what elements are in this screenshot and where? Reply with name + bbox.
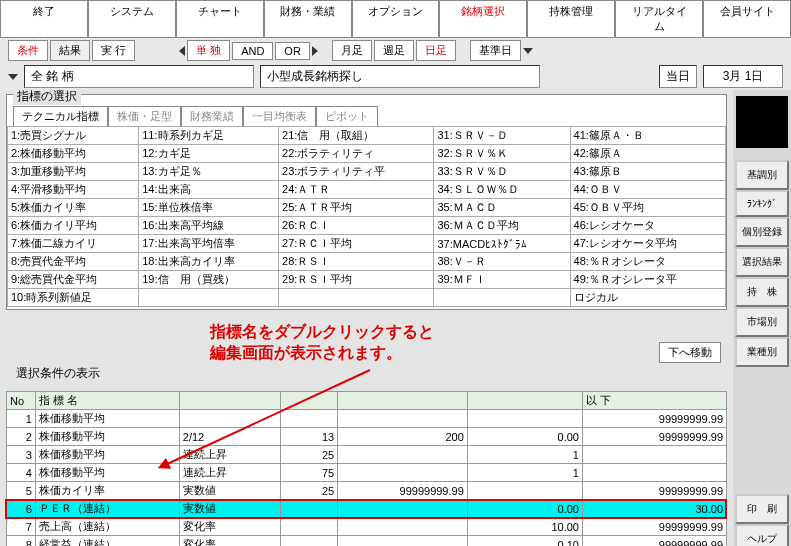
cond-cell[interactable]: 実数値 xyxy=(179,482,280,500)
cond-cell[interactable]: 3 xyxy=(7,446,36,464)
cond-cell[interactable]: 99999999.99 xyxy=(582,428,726,446)
sub-tab[interactable]: 財務業績 xyxy=(181,106,243,126)
indicator-cell[interactable]: 23:ボラティリティ平 xyxy=(279,163,434,181)
and-button[interactable]: AND xyxy=(232,42,273,60)
cond-cell[interactable]: 99999999.99 xyxy=(582,410,726,428)
indicator-cell[interactable]: 41:篠原Ａ・Ｂ xyxy=(570,127,725,145)
sub-tab[interactable]: ピボット xyxy=(316,106,378,126)
indicator-cell[interactable] xyxy=(139,289,279,307)
cond-cell[interactable]: 99999999.99 xyxy=(582,482,726,500)
indicator-cell[interactable]: 18:出来高カイリ率 xyxy=(139,253,279,271)
cond-cell[interactable]: 変化率 xyxy=(179,536,280,547)
indicator-cell[interactable]: 33:ＳＲＶ％Ｄ xyxy=(434,163,570,181)
indicator-cell[interactable]: 29:ＲＳＩ平均 xyxy=(279,271,434,289)
indicator-cell[interactable]: 36:ＭＡＣＤ平均 xyxy=(434,217,570,235)
cond-cell[interactable]: 1 xyxy=(467,446,582,464)
table-row[interactable]: 8経常益（連結）変化率0.1099999999.99 xyxy=(7,536,727,547)
top-tab[interactable]: リアルタイム xyxy=(615,0,703,37)
cond-cell[interactable]: 30.00 xyxy=(582,500,726,518)
indicator-cell[interactable] xyxy=(279,289,434,307)
cond-cell[interactable] xyxy=(467,410,582,428)
table-row[interactable]: 6ＰＥＲ（連結）実数値0.0030.00 xyxy=(7,500,727,518)
indicator-cell[interactable]: 35:ＭＡＣＤ xyxy=(434,199,570,217)
move-down-button[interactable]: 下へ移動 xyxy=(659,342,721,363)
top-tab[interactable]: 財務・業績 xyxy=(264,0,352,37)
indicator-cell[interactable]: 22:ボラティリティ xyxy=(279,145,434,163)
sidebar-button[interactable]: 選択結果 xyxy=(735,247,789,277)
cond-cell[interactable]: 売上高（連結） xyxy=(35,518,179,536)
indicator-cell[interactable]: 47:レシオケータ平均 xyxy=(570,235,725,253)
indicator-cell[interactable]: 7:株価二線カイリ xyxy=(8,235,139,253)
indicator-cell[interactable]: 14:出来高 xyxy=(139,181,279,199)
indicator-cell[interactable]: 8:売買代金平均 xyxy=(8,253,139,271)
sub-tab[interactable]: テクニカル指標 xyxy=(13,106,108,126)
stock-filter[interactable]: 全 銘 柄 xyxy=(24,65,254,88)
indicator-cell[interactable]: 16:出来高平均線 xyxy=(139,217,279,235)
top-tab[interactable]: 終了 xyxy=(0,0,88,37)
cond-cell[interactable]: 1 xyxy=(7,410,36,428)
indicator-cell[interactable]: 45:ＯＢＶ平均 xyxy=(570,199,725,217)
dropdown1-icon[interactable] xyxy=(8,74,18,80)
table-row[interactable]: 7売上高（連結）変化率10.0099999999.99 xyxy=(7,518,727,536)
cond-cell[interactable]: 変化率 xyxy=(179,518,280,536)
or-button[interactable]: OR xyxy=(275,42,310,60)
cond-cell[interactable]: 7 xyxy=(7,518,36,536)
single-button[interactable]: 単 独 xyxy=(187,40,230,61)
indicator-cell[interactable]: 26:ＲＣＩ xyxy=(279,217,434,235)
indicator-cell[interactable]: 2:株価移動平均 xyxy=(8,145,139,163)
indicator-cell[interactable]: 39:ＭＦＩ xyxy=(434,271,570,289)
sidebar-bottom-button[interactable]: 印 刷 xyxy=(735,494,789,524)
indicator-cell[interactable]: ロジカル xyxy=(570,289,725,307)
cond-cell[interactable] xyxy=(338,500,468,518)
cond-cell[interactable] xyxy=(280,500,338,518)
top-tab[interactable]: チャート xyxy=(176,0,264,37)
cond-cell[interactable]: 2 xyxy=(7,428,36,446)
indicator-cell[interactable]: 38:Ｖ－Ｒ xyxy=(434,253,570,271)
indicator-cell[interactable]: 37:MACDﾋｽﾄｸﾞﾗﾑ xyxy=(434,235,570,253)
result-button[interactable]: 結果 xyxy=(50,40,90,61)
table-row[interactable]: 5株価カイリ率実数値2599999999.9999999999.99 xyxy=(7,482,727,500)
indicator-cell[interactable]: 25:ＡＴＲ平均 xyxy=(279,199,434,217)
indicator-cell[interactable]: 43:篠原Ｂ xyxy=(570,163,725,181)
cond-cell[interactable] xyxy=(467,482,582,500)
top-tab[interactable]: 持株管理 xyxy=(527,0,615,37)
indicator-cell[interactable]: 12:カギ足 xyxy=(139,145,279,163)
indicator-cell[interactable]: 42:篠原Ａ xyxy=(570,145,725,163)
sidebar-button[interactable]: 持 株 xyxy=(735,277,789,307)
cond-cell[interactable]: 99999999.99 xyxy=(338,482,468,500)
indicator-cell[interactable]: 15:単位株倍率 xyxy=(139,199,279,217)
sidebar-button[interactable]: 個別登録 xyxy=(735,217,789,247)
indicator-cell[interactable]: 46:レシオケータ xyxy=(570,217,725,235)
top-tab[interactable]: 会員サイト xyxy=(703,0,791,37)
cond-cell[interactable]: 8 xyxy=(7,536,36,547)
indicator-cell[interactable]: 32:ＳＲＶ％Ｋ xyxy=(434,145,570,163)
indicator-cell[interactable]: 6:株価カイリ平均 xyxy=(8,217,139,235)
sidebar-button[interactable]: 業種別 xyxy=(735,337,789,367)
indicator-cell[interactable]: 10:時系列新値足 xyxy=(8,289,139,307)
indicator-cell[interactable]: 17:出来高平均倍率 xyxy=(139,235,279,253)
sub-tab[interactable]: 一目均衡表 xyxy=(243,106,316,126)
week-button[interactable]: 週足 xyxy=(374,40,414,61)
cond-cell[interactable] xyxy=(338,536,468,547)
sidebar-button[interactable]: ﾗﾝｷﾝｸﾞ xyxy=(735,190,789,217)
cond-cell[interactable]: ＰＥＲ（連結） xyxy=(35,500,179,518)
cond-cell[interactable]: 0.10 xyxy=(467,536,582,547)
month-button[interactable]: 月足 xyxy=(332,40,372,61)
indicator-cell[interactable]: 13:カギ足％ xyxy=(139,163,279,181)
indicator-cell[interactable]: 4:平滑移動平均 xyxy=(8,181,139,199)
indicator-cell[interactable]: 48:％Ｒオシレータ xyxy=(570,253,725,271)
cond-cell[interactable] xyxy=(582,464,726,482)
cond-button[interactable]: 条件 xyxy=(8,40,48,61)
cond-cell[interactable]: 10.00 xyxy=(467,518,582,536)
cond-cell[interactable]: 0.00 xyxy=(467,500,582,518)
indicator-table[interactable]: 1:売買シグナル11:時系列カギ足21:信 用（取組）31:ＳＲＶ－Ｄ41:篠原… xyxy=(7,126,726,307)
exec-button[interactable]: 実 行 xyxy=(92,40,135,61)
cond-cell[interactable]: 25 xyxy=(280,482,338,500)
indicator-cell[interactable]: 31:ＳＲＶ－Ｄ xyxy=(434,127,570,145)
next-icon[interactable] xyxy=(312,46,318,56)
indicator-cell[interactable]: 28:ＲＳＩ xyxy=(279,253,434,271)
cond-cell[interactable]: 経常益（連結） xyxy=(35,536,179,547)
indicator-cell[interactable]: 1:売買シグナル xyxy=(8,127,139,145)
indicator-cell[interactable]: 49:％Ｒオシレータ平 xyxy=(570,271,725,289)
cond-cell[interactable]: 5 xyxy=(7,482,36,500)
